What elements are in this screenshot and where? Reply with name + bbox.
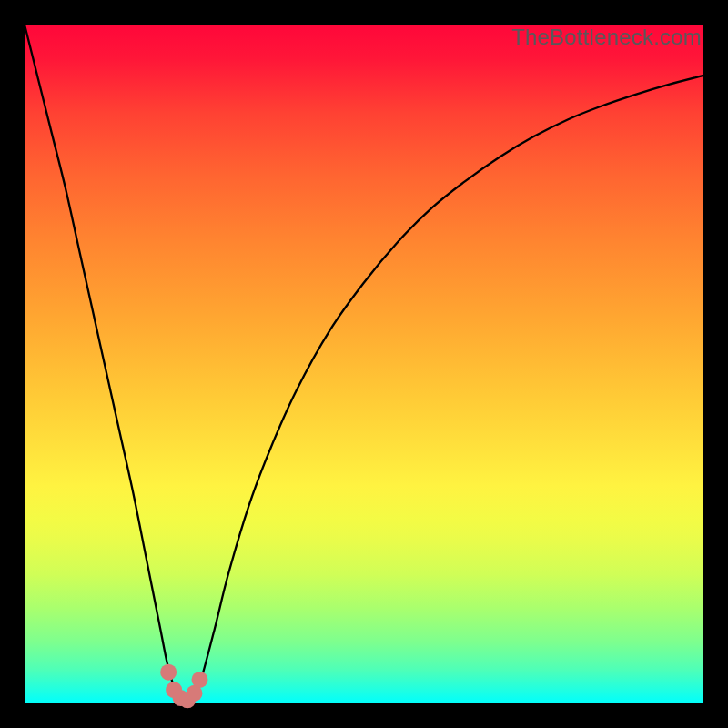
curve-marker xyxy=(191,672,207,688)
curve-markers xyxy=(160,664,207,709)
chart-plot-area: TheBottleneck.com xyxy=(25,25,703,703)
chart-svg xyxy=(25,25,703,703)
curve-marker xyxy=(160,664,177,681)
bottleneck-curve xyxy=(25,25,703,701)
chart-frame: TheBottleneck.com xyxy=(0,0,728,728)
